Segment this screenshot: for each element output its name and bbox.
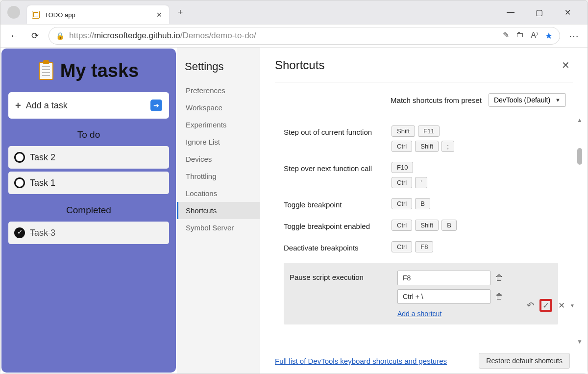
app-icon[interactable]: 🗀 (516, 30, 524, 41)
address-bar: ← ⟳ 🔒 https://microsoftedge.github.io/De… (0, 24, 588, 48)
tab-title: TODO app (45, 11, 149, 19)
scrollbar-thumb[interactable] (577, 148, 582, 165)
confirm-icon[interactable]: ✓ (539, 299, 552, 312)
shortcuts-header: Shortcuts ✕ (260, 48, 588, 82)
key: Ctrl (392, 141, 412, 152)
task-item-done[interactable]: Task 3 (8, 222, 169, 244)
task-item[interactable]: Task 2 (8, 146, 169, 169)
key: Shift (415, 141, 439, 152)
task-item[interactable]: Task 1 (8, 172, 169, 194)
task-checkbox-checked[interactable] (14, 227, 25, 238)
task-checkbox[interactable] (14, 152, 25, 163)
nav-item-experiments[interactable]: Experiments (177, 116, 260, 133)
nav-item-devices[interactable]: Devices (177, 150, 260, 168)
task-label: Task 1 (30, 178, 55, 188)
new-tab-button[interactable]: + (173, 5, 188, 20)
key: Ctrl (392, 177, 412, 188)
key: Ctrl (392, 198, 412, 209)
key: B (441, 220, 457, 231)
back-button[interactable]: ← (7, 29, 21, 43)
refresh-button[interactable]: ⟳ (28, 29, 42, 43)
content-area: My tasks + Add a task ➔ To do Task 2 Tas… (0, 48, 588, 374)
cancel-icon[interactable]: ✕ (555, 299, 568, 312)
task-label: Task 3 (30, 228, 55, 238)
nav-item-preferences[interactable]: Preferences (177, 82, 260, 99)
shortcut-row: Deactivate breakpoints Ctrl F8 (284, 236, 558, 258)
shortcut-label: Toggle breakpoint enabled (284, 221, 382, 231)
url-scheme: https:// (69, 31, 94, 40)
add-task-input[interactable]: + Add a task ➔ (8, 92, 169, 119)
url-input[interactable]: 🔒 https://microsoftedge.github.io/Demos/… (49, 27, 560, 45)
shortcut-keys-col: Ctrl B (392, 198, 558, 209)
minimize-button[interactable]: — (502, 8, 519, 17)
shortcut-row: Toggle breakpoint Ctrl B (284, 193, 558, 215)
shortcut-row-editing: Pause script execution 🗑 🗑 (284, 263, 558, 324)
undo-icon[interactable]: ↶ (524, 299, 537, 312)
key-combo: Ctrl F8 (392, 241, 558, 252)
shortcuts-footer: Full list of DevTools keyboard shortcuts… (260, 346, 588, 374)
shortcut-input[interactable] (397, 289, 490, 304)
key: ' (415, 177, 427, 188)
profile-avatar[interactable] (7, 6, 20, 19)
close-panel-icon[interactable]: ✕ (559, 56, 573, 74)
shortcut-keys-col: Shift F11 Ctrl Shift ; (392, 125, 558, 152)
url-path: /Demos/demo-to-do/ (180, 31, 256, 40)
key: Ctrl (392, 241, 412, 252)
todo-title: My tasks (60, 60, 139, 81)
key: Shift (415, 220, 439, 231)
favicon-icon (32, 11, 40, 19)
favorite-star-icon[interactable]: ★ (545, 30, 553, 41)
nav-item-symbol-server[interactable]: Symbol Server (177, 219, 260, 236)
window-close-button[interactable]: ✕ (559, 8, 576, 17)
omnibox-actions: ✎ 🗀 A⁾ ★ (503, 30, 553, 41)
full-list-link[interactable]: Full list of DevTools keyboard shortcuts… (275, 357, 447, 365)
shortcut-input-row: 🗑 (397, 271, 548, 285)
shortcut-input[interactable] (397, 271, 490, 285)
nav-item-locations[interactable]: Locations (177, 185, 260, 202)
key-combo: Ctrl ' (392, 177, 558, 188)
settings-sidebar: Settings Preferences Workspace Experimen… (177, 48, 260, 374)
edit-icon[interactable]: ✎ (503, 30, 509, 41)
shortcut-row: Toggle breakpoint enabled Ctrl Shift B (284, 215, 558, 236)
scroll-down-hint-icon: ▼ (570, 303, 575, 308)
shortcut-keys-col: Ctrl F8 (392, 241, 558, 252)
nav-item-shortcuts[interactable]: Shortcuts (177, 202, 260, 219)
plus-icon: + (15, 100, 21, 111)
shortcuts-scroll-region: ▲ ▼ Step out of current function Shift F… (260, 116, 588, 346)
todo-app: My tasks + Add a task ➔ To do Task 2 Tas… (1, 49, 176, 373)
more-menu-button[interactable]: ⋯ (567, 30, 581, 42)
preset-row: Match shortcuts from preset DevTools (De… (260, 82, 588, 116)
nav-item-throttling[interactable]: Throttling (177, 168, 260, 185)
maximize-button[interactable]: ▢ (531, 8, 547, 17)
nav-item-ignore-list[interactable]: Ignore List (177, 133, 260, 150)
todo-section-label: To do (6, 129, 171, 140)
window-controls: — ▢ ✕ (502, 8, 585, 17)
restore-defaults-button[interactable]: Restore default shortcuts (479, 353, 570, 369)
delete-shortcut-icon[interactable]: 🗑 (495, 274, 503, 282)
shortcut-row: Step over next function call F10 Ctrl ' (284, 157, 558, 193)
tab-close-icon[interactable]: ✕ (154, 10, 164, 20)
completed-section-label: Completed (6, 205, 171, 216)
shortcut-label: Toggle breakpoint (284, 199, 382, 210)
shortcut-label: Step over next function call (284, 163, 382, 174)
scrollbar[interactable]: ▲ ▼ (576, 116, 584, 346)
key-combo: Ctrl Shift B (392, 220, 558, 231)
key: ; (441, 141, 454, 152)
lock-icon: 🔒 (56, 32, 64, 40)
key-combo: F10 (392, 162, 558, 173)
preset-select[interactable]: DevTools (Default) ▼ (489, 93, 566, 107)
scroll-up-icon[interactable]: ▲ (577, 116, 583, 125)
key: F11 (418, 125, 440, 137)
delete-shortcut-icon[interactable]: 🗑 (495, 292, 503, 301)
submit-task-button[interactable]: ➔ (150, 100, 162, 111)
key-combo: Ctrl Shift ; (392, 141, 558, 152)
nav-item-workspace[interactable]: Workspace (177, 99, 260, 116)
scroll-down-icon[interactable]: ▼ (577, 337, 583, 346)
browser-tab[interactable]: TODO app ✕ (27, 5, 169, 24)
key-combo: Ctrl B (392, 198, 558, 209)
task-checkbox[interactable] (14, 177, 25, 188)
key: F10 (392, 162, 413, 173)
read-aloud-icon[interactable]: A⁾ (531, 30, 538, 41)
preset-value: DevTools (Default) (494, 96, 550, 104)
shortcut-keys-col: Ctrl Shift B (392, 220, 558, 231)
